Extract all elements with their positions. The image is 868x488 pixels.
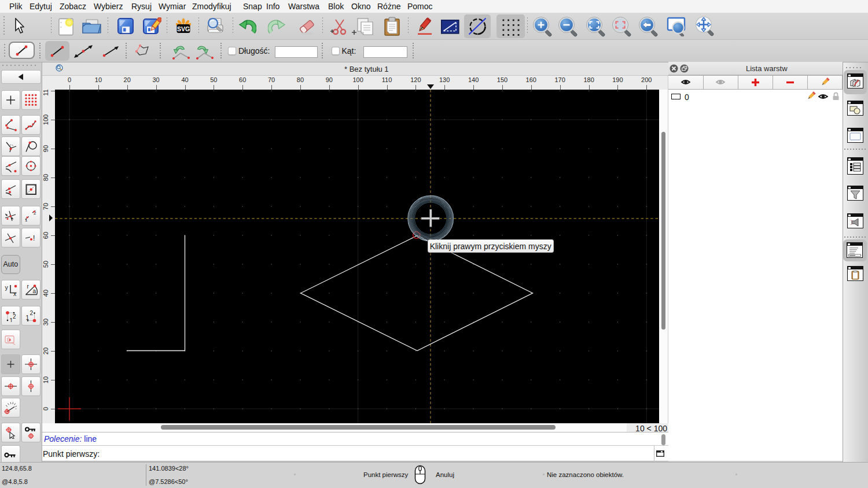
svg-text:20: 20 (42, 347, 49, 354)
svg-text:a: a (33, 288, 36, 294)
svg-text:60: 60 (42, 232, 49, 239)
svg-text:40: 40 (42, 290, 49, 297)
svg-text:110: 110 (42, 90, 49, 96)
svg-text:1: 1 (26, 314, 30, 320)
svg-text:30: 30 (42, 319, 49, 326)
svg-text:2: 2 (13, 313, 16, 319)
svg-text:0: 0 (42, 407, 49, 411)
svg-text:50: 50 (42, 261, 49, 268)
svg-text:y: y (5, 284, 9, 291)
svg-text:r: r (27, 283, 30, 290)
svg-text:90: 90 (42, 145, 49, 152)
svg-text:x: x (13, 290, 17, 296)
svg-text:2: 2 (30, 310, 34, 316)
svg-text:SVG: SVG (177, 25, 190, 32)
svg-text:80: 80 (42, 174, 49, 181)
svg-text:100: 100 (42, 114, 49, 125)
svg-text:10: 10 (42, 376, 49, 383)
svg-text:70: 70 (42, 203, 49, 210)
svg-text:!: ! (33, 234, 35, 242)
